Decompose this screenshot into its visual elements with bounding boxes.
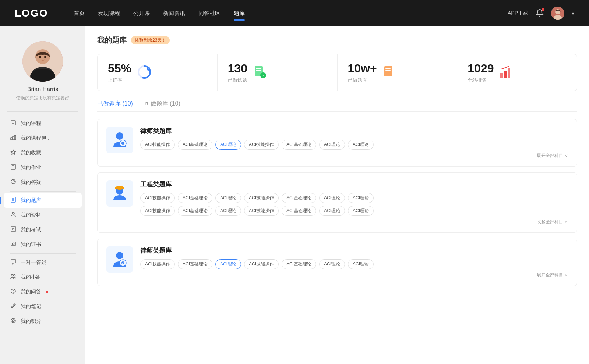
tag-eng-6[interactable]: ACI理论 [348,193,374,203]
qbank-info-lawyer: 律师类题库 ACI技能操作 ACI基础理论 ACI理论 ACI技能操作 ACI基… [140,127,568,159]
logo[interactable]: LOGO [15,7,52,19]
sidebar-item-course-pkg[interactable]: 我的课程包... [4,131,82,146]
tag-l2-3[interactable]: ACI技能操作 [244,259,279,269]
tab-todo[interactable]: 可做题库 (10) [145,100,180,111]
collapse-engineer[interactable]: 收起全部科目 ∧ [140,219,568,225]
tag-eng2-6[interactable]: ACI理论 [348,206,374,216]
sidebar-item-myqa[interactable]: ? 我的问答 [4,285,82,299]
notification-bell[interactable] [536,9,544,18]
svg-point-31 [13,243,14,245]
tags-lawyer2: ACI技能操作 ACI基础理论 ACI理论 ACI技能操作 ACI基础理论 AC… [140,259,568,269]
done-questions-icon: ✓ [253,65,267,80]
tag-lawyer-5[interactable]: ACI理论 [319,140,345,150]
nav-qa[interactable]: 问答社区 [198,8,221,18]
tag-lawyer-1[interactable]: ACI基础理论 [178,140,212,150]
main-nav: 首页 发现课程 公开课 新闻资讯 问答社区 题库 ··· [74,8,508,18]
tab-done[interactable]: 已做题库 (10) [97,100,133,111]
svg-point-33 [14,275,15,276]
svg-text:✓: ✓ [122,142,124,145]
svg-point-38 [12,320,14,322]
svg-text:?: ? [13,290,15,293]
sidebar-label-group: 我的小组 [21,274,41,281]
sidebar-item-course[interactable]: 我的课程 [4,116,82,131]
exam-icon [10,226,17,233]
svg-point-6 [39,56,41,58]
nav-qbank[interactable]: 题库 [234,8,245,18]
nav-news[interactable]: 新闻资讯 [163,8,185,18]
tag-l2-2[interactable]: ACI理论 [215,259,241,269]
expand-lawyer[interactable]: 展开全部科目 ∨ [140,153,568,159]
tag-l2-1[interactable]: ACI基础理论 [178,259,212,269]
sidebar-item-notes[interactable]: 我的笔记 [4,299,82,314]
svg-text:✓: ✓ [262,74,265,78]
svg-rect-52 [385,72,389,72]
svg-rect-30 [11,242,15,246]
main-layout: Brian Harris 错误的决定比没有决定要好 我的课程 我的课程包... [0,26,589,364]
notification-dot [542,8,544,11]
svg-rect-12 [11,138,12,140]
svg-rect-13 [13,136,14,140]
qbank-header-lawyer: ✓ 律师类题库 ACI技能操作 ACI基础理论 ACI理论 ACI技能操作 AC… [106,127,568,159]
sidebar-label-qa: 我的答疑 [21,179,41,186]
svg-rect-45 [256,70,261,71]
nav-opencourse[interactable]: 公开课 [133,8,150,18]
nav-discover[interactable]: 发现课程 [98,8,120,18]
tag-eng-0[interactable]: ACI技能操作 [140,193,175,203]
tag-eng-3[interactable]: ACI技能操作 [244,193,279,203]
tag-lawyer-4[interactable]: ACI基础理论 [282,140,316,150]
tag-l2-5[interactable]: ACI理论 [319,259,345,269]
tag-lawyer-2[interactable]: ACI理论 [215,140,241,150]
stat-value-correctrate: 55% 正确率 [108,62,131,83]
svg-point-64 [116,252,123,259]
tag-eng2-5[interactable]: ACI理论 [319,206,345,216]
user-dropdown-arrow[interactable]: ▾ [572,10,574,16]
tag-eng2-4[interactable]: ACI基础理论 [282,206,316,216]
sidebar-item-points[interactable]: 我的积分 [4,314,82,329]
tag-lawyer-3[interactable]: ACI技能操作 [244,140,279,150]
tag-eng-1[interactable]: ACI基础理论 [178,193,212,203]
sidebar-item-profile[interactable]: 我的资料 [4,208,82,222]
qbank-header-engineer: 工程类题库 ACI技能操作 ACI基础理论 ACI理论 ACI技能操作 ACI基… [106,180,568,225]
sidebar-item-tutor[interactable]: 一对一答疑 [4,255,82,270]
sidebar-item-exam[interactable]: 我的考试 [4,222,82,237]
tag-eng2-1[interactable]: ACI基础理论 [178,206,212,216]
qbank-title-lawyer2: 律师类题库 [140,246,568,255]
tag-eng2-2[interactable]: ACI理论 [215,206,241,216]
app-download-button[interactable]: APP下载 [508,10,528,17]
trial-badge: 体验剩余23天！ [131,36,170,44]
myqa-icon: ? [10,288,17,296]
tag-eng2-0[interactable]: ACI技能操作 [140,206,175,216]
tag-l2-4[interactable]: ACI基础理论 [282,259,316,269]
user-avatar[interactable] [551,7,564,20]
sidebar-item-group[interactable]: 我的小组 [4,270,82,285]
sidebar-item-homework[interactable]: 我的作业 [4,160,82,175]
nav-home[interactable]: 首页 [74,8,85,18]
sidebar-item-qbank[interactable]: 我的题库 [4,193,82,208]
svg-rect-53 [385,74,390,74]
svg-rect-9 [11,121,15,125]
tabs-row: 已做题库 (10) 可做题库 (10) [97,100,577,112]
tags-engineer-row1: ACI技能操作 ACI基础理论 ACI理论 ACI技能操作 ACI基础理论 AC… [140,193,568,203]
tag-eng2-3[interactable]: ACI技能操作 [244,206,279,216]
svg-point-26 [12,212,14,214]
tag-eng-5[interactable]: ACI理论 [319,193,345,203]
tag-eng-4[interactable]: ACI基础理论 [282,193,316,203]
stat-done-qbanks: 10w+ 已做题库 [338,54,458,91]
tag-l2-0[interactable]: ACI技能操作 [140,259,175,269]
tag-lawyer-0[interactable]: ACI技能操作 [140,140,175,150]
expand-lawyer2[interactable]: 展开全部科目 ∨ [140,272,568,278]
sidebar-item-favorites[interactable]: 我的收藏 [4,146,82,160]
course-icon [10,120,17,127]
points-icon [10,318,17,325]
tag-eng-2[interactable]: ACI理论 [215,193,241,203]
svg-point-37 [11,318,15,323]
sidebar-item-qa[interactable]: ? 我的答疑 [4,175,82,190]
tag-l2-6[interactable]: ACI理论 [348,259,374,269]
qbank-info-engineer: 工程类题库 ACI技能操作 ACI基础理论 ACI理论 ACI技能操作 ACI基… [140,180,568,225]
lawyer-icon-wrap: ✓ [106,127,133,153]
sidebar-label-homework: 我的作业 [21,164,41,171]
stat-done-questions: 130 已做试题 ✓ [218,54,338,91]
nav-more[interactable]: ··· [258,9,263,18]
tag-lawyer-6[interactable]: ACI理论 [348,140,374,150]
sidebar-item-certificate[interactable]: 我的证书 [4,237,82,252]
